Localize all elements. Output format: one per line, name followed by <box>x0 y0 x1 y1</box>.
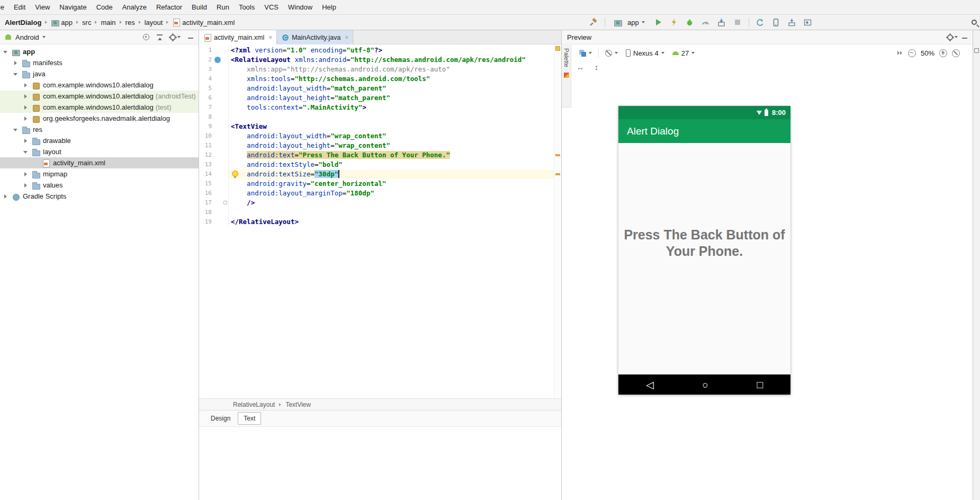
code-line-18[interactable]: 18 <box>199 208 554 217</box>
code-line-9[interactable]: 9<TextView <box>199 122 554 131</box>
chevron-right-icon[interactable] <box>23 116 29 121</box>
editor-breadcrumb-relativelayout[interactable]: RelativeLayout <box>232 401 276 408</box>
menu-item-window[interactable]: Window <box>283 0 317 14</box>
menu-item-vcs[interactable]: VCS <box>259 0 283 14</box>
orientation-selector[interactable] <box>604 49 619 58</box>
layout-inspector-icon[interactable] <box>803 17 813 28</box>
intention-bulb-icon[interactable] <box>232 171 238 177</box>
stretch-vertical-icon[interactable]: ↕ <box>595 63 598 72</box>
chevron-down-icon[interactable] <box>13 72 19 77</box>
breadcrumb-item-layout[interactable]: layout <box>144 19 164 26</box>
code-line-2[interactable]: 2<RelativeLayout xmlns:android="http://s… <box>199 55 554 65</box>
zoom-level-label[interactable]: 50% <box>921 49 934 57</box>
code-line-5[interactable]: 5 android:layout_width="match_parent" <box>199 84 554 93</box>
project-settings-button[interactable] <box>170 34 181 40</box>
chevron-down-icon[interactable] <box>23 149 29 155</box>
menu-item-view[interactable]: View <box>30 0 55 14</box>
tree-item-java[interactable]: java <box>0 68 199 79</box>
tab-text[interactable]: Text <box>238 412 261 425</box>
chevron-right-icon[interactable] <box>23 172 29 177</box>
tree-item-com-example-windows10-alertdialog-test[interactable]: com.example.windows10.alertdialog(test) <box>0 102 199 113</box>
warning-mark[interactable] <box>555 154 560 156</box>
menu-item-code[interactable]: Code <box>92 0 118 14</box>
search-everywhere-button[interactable] <box>972 19 977 26</box>
menu-item-navigate[interactable]: Navigate <box>55 0 91 14</box>
tool-window-stripe-icon[interactable] <box>974 48 979 53</box>
profile-app-icon[interactable] <box>701 17 711 28</box>
tree-item-org-geeksforgeeks-navedmalik-alertdialog[interactable]: org.geeksforgeeks.navedmalik.alertdialog <box>0 113 199 124</box>
device-preview[interactable]: 8:00 Alert Dialog Press The Back Button … <box>618 106 790 395</box>
chevron-right-icon[interactable] <box>23 83 29 88</box>
zoom-fit-button[interactable] <box>952 49 960 57</box>
warning-mark[interactable] <box>555 173 560 175</box>
device-selector[interactable]: Nexus 4 <box>624 48 666 58</box>
menu-item-edit[interactable]: Edit <box>9 0 30 14</box>
editor-breadcrumb-textview[interactable]: TextView <box>284 401 312 408</box>
breadcrumb-item-res[interactable]: res <box>125 19 136 26</box>
code-line-16[interactable]: 16 android:layout_marginTop="180dp" <box>199 189 554 198</box>
chevron-right-icon[interactable] <box>23 105 29 110</box>
breadcrumb-item-activity-main-xml[interactable]: activity_main.xml <box>172 19 235 26</box>
code-line-14[interactable]: 14 android:textSize="30dp" <box>199 169 554 179</box>
chevron-down-icon[interactable] <box>3 49 8 55</box>
collapse-all-button[interactable] <box>157 34 163 40</box>
code-line-8[interactable]: 8 <box>199 112 554 122</box>
chevron-down-icon[interactable] <box>42 36 46 38</box>
apply-changes-bolt-icon[interactable] <box>669 17 679 28</box>
build-hammer-icon[interactable] <box>589 17 598 28</box>
fold-marker-icon[interactable] <box>223 201 227 204</box>
menu-item-help[interactable]: Help <box>317 0 341 14</box>
design-surface-selector[interactable] <box>578 49 594 58</box>
stop-icon[interactable] <box>733 17 742 28</box>
menu-item-tools[interactable]: Tools <box>234 0 259 14</box>
zoom-in-button[interactable] <box>939 49 947 57</box>
tree-item-drawable[interactable]: drawable <box>0 135 199 146</box>
code-line-17[interactable]: 17 /> <box>199 198 554 208</box>
code-line-12[interactable]: 12 android:text="Press The Back Button o… <box>199 150 554 160</box>
stretch-horizontal-icon[interactable]: ↔ <box>577 63 584 72</box>
chevron-right-icon[interactable] <box>13 60 19 66</box>
attach-debugger-icon[interactable] <box>717 17 726 28</box>
tree-item-layout[interactable]: layout <box>0 146 199 157</box>
preview-textview[interactable]: Press The Back Button of Your Phone. <box>622 227 787 374</box>
tab-activity-main-xml[interactable]: activity_main.xml× <box>199 30 277 44</box>
chevron-right-icon[interactable] <box>23 183 29 188</box>
sync-project-icon[interactable] <box>756 17 765 28</box>
code-line-6[interactable]: 6 android:layout_height="match_parent" <box>199 93 554 103</box>
tree-item-manifests[interactable]: manifests <box>0 57 199 68</box>
run-config-selector[interactable]: app <box>612 18 647 27</box>
code-line-4[interactable]: 4 xmlns:tools="http://schemas.android.co… <box>199 74 554 84</box>
tab-design[interactable]: Design <box>205 413 236 424</box>
code-line-7[interactable]: 7 tools:context=".MainActivity"> <box>199 103 554 112</box>
locate-file-button[interactable] <box>143 34 149 40</box>
preview-settings-button[interactable] <box>947 34 958 40</box>
sdk-manager-icon[interactable] <box>787 17 797 28</box>
code-line-11[interactable]: 11 android:layout_height="wrap_content" <box>199 141 554 150</box>
code-line-13[interactable]: 13 android:textStyle="bold" <box>199 160 554 169</box>
debug-bug-icon[interactable] <box>685 17 695 28</box>
tree-item-values[interactable]: values <box>0 180 199 191</box>
breadcrumb-item-alertdialog[interactable]: AlertDialog <box>4 19 42 26</box>
more-actions-icon[interactable] <box>897 50 903 56</box>
code-line-1[interactable]: 1<?xml version="1.0" encoding="utf-8"?> <box>199 46 554 55</box>
palette-tab[interactable]: Palette <box>562 45 571 108</box>
code-line-3[interactable]: 3 xmlns:app="http://schemas.android.com/… <box>199 65 554 74</box>
tree-item-activity-main-xml[interactable]: activity_main.xml <box>0 157 199 168</box>
tree-item-res[interactable]: res <box>0 124 199 135</box>
menu-item-analyze[interactable]: Analyze <box>118 0 151 14</box>
code-line-19[interactable]: 19</RelativeLayout> <box>199 217 554 227</box>
hide-panel-button[interactable] <box>188 36 193 39</box>
tree-item-com-example-windows10-alertdialog[interactable]: com.example.windows10.alertdialog <box>0 79 199 91</box>
inspection-status-indicator[interactable] <box>555 46 560 51</box>
breadcrumb-item-main[interactable]: main <box>100 19 116 26</box>
breadcrumb-item-src[interactable]: src <box>82 19 92 26</box>
breadcrumb-item-app[interactable]: app <box>50 19 73 26</box>
tab-mainactivity-java[interactable]: MainActivity.java× <box>277 30 353 44</box>
tree-item-com-example-windows10-alertdialog-androidtest[interactable]: com.example.windows10.alertdialog(androi… <box>0 91 199 102</box>
menu-item-refactor[interactable]: Refactor <box>151 0 187 14</box>
hide-preview-button[interactable] <box>962 36 967 39</box>
chevron-right-icon[interactable] <box>3 194 8 199</box>
menu-item-file[interactable]: File <box>0 0 9 14</box>
component-gutter-icon[interactable] <box>214 57 221 63</box>
zoom-out-button[interactable] <box>908 49 916 57</box>
